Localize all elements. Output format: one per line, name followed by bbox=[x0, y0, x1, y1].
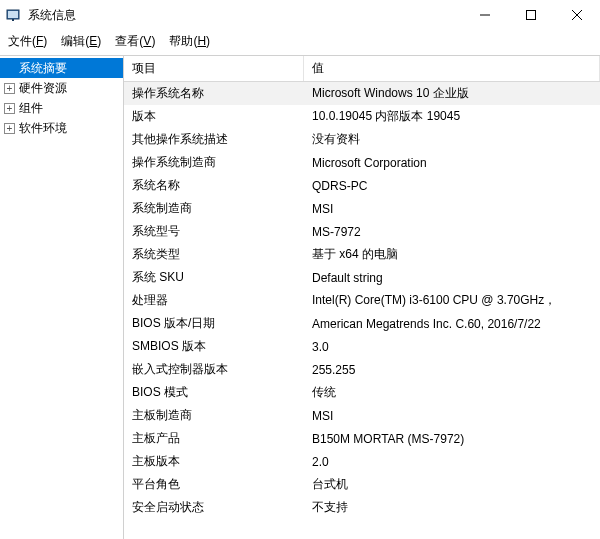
cell-value: B150M MORTAR (MS-7972) bbox=[304, 432, 600, 446]
expand-icon[interactable]: + bbox=[4, 83, 15, 94]
table-row[interactable]: 系统类型基于 x64 的电脑 bbox=[124, 243, 600, 266]
header-value[interactable]: 值 bbox=[304, 56, 600, 81]
tree-node[interactable]: +软件环境 bbox=[0, 118, 123, 138]
nav-tree[interactable]: 系统摘要 +硬件资源+组件+软件环境 bbox=[0, 56, 124, 539]
table-row[interactable]: BIOS 版本/日期American Megatrends Inc. C.60,… bbox=[124, 312, 600, 335]
menu-view[interactable]: 查看(V) bbox=[115, 33, 155, 50]
table-row[interactable]: 平台角色台式机 bbox=[124, 473, 600, 496]
cell-value: MS-7972 bbox=[304, 225, 600, 239]
cell-item: 系统 SKU bbox=[124, 269, 304, 286]
cell-item: 平台角色 bbox=[124, 476, 304, 493]
cell-item: 主板制造商 bbox=[124, 407, 304, 424]
details-table[interactable]: 项目 值 操作系统名称Microsoft Windows 10 企业版版本10.… bbox=[124, 56, 600, 539]
cell-value: Microsoft Windows 10 企业版 bbox=[304, 85, 600, 102]
table-row[interactable]: 操作系统制造商Microsoft Corporation bbox=[124, 151, 600, 174]
cell-item: 安全启动状态 bbox=[124, 499, 304, 516]
cell-value: 255.255 bbox=[304, 363, 600, 377]
table-row[interactable]: BIOS 模式传统 bbox=[124, 381, 600, 404]
menu-file[interactable]: 文件(F) bbox=[8, 33, 47, 50]
titlebar: 系统信息 bbox=[0, 0, 600, 30]
table-row[interactable]: 系统 SKUDefault string bbox=[124, 266, 600, 289]
expand-icon[interactable]: + bbox=[4, 123, 15, 134]
cell-value: MSI bbox=[304, 202, 600, 216]
header-item[interactable]: 项目 bbox=[124, 56, 304, 81]
cell-value: 台式机 bbox=[304, 476, 600, 493]
cell-value: QDRS-PC bbox=[304, 179, 600, 193]
cell-item: 操作系统制造商 bbox=[124, 154, 304, 171]
cell-item: 主板版本 bbox=[124, 453, 304, 470]
cell-value: 传统 bbox=[304, 384, 600, 401]
cell-item: 系统型号 bbox=[124, 223, 304, 240]
table-row[interactable]: 版本10.0.19045 内部版本 19045 bbox=[124, 105, 600, 128]
table-row[interactable]: 其他操作系统描述没有资料 bbox=[124, 128, 600, 151]
close-button[interactable] bbox=[554, 0, 600, 30]
cell-value: 没有资料 bbox=[304, 131, 600, 148]
table-row[interactable]: 主板产品B150M MORTAR (MS-7972) bbox=[124, 427, 600, 450]
table-row[interactable]: 系统名称QDRS-PC bbox=[124, 174, 600, 197]
cell-value: Microsoft Corporation bbox=[304, 156, 600, 170]
menubar: 文件(F) 编辑(E) 查看(V) 帮助(H) bbox=[0, 30, 600, 55]
app-icon bbox=[6, 7, 22, 23]
cell-value: MSI bbox=[304, 409, 600, 423]
table-row[interactable]: SMBIOS 版本3.0 bbox=[124, 335, 600, 358]
svg-rect-2 bbox=[12, 19, 14, 21]
cell-value: 2.0 bbox=[304, 455, 600, 469]
maximize-button[interactable] bbox=[508, 0, 554, 30]
cell-item: 嵌入式控制器版本 bbox=[124, 361, 304, 378]
cell-value: 10.0.19045 内部版本 19045 bbox=[304, 108, 600, 125]
svg-rect-4 bbox=[527, 11, 536, 20]
tree-node-label: 硬件资源 bbox=[19, 80, 67, 97]
tree-node-label: 组件 bbox=[19, 100, 43, 117]
body-split: 系统摘要 +硬件资源+组件+软件环境 项目 值 操作系统名称Microsoft … bbox=[0, 55, 600, 539]
cell-item: 系统名称 bbox=[124, 177, 304, 194]
cell-item: 其他操作系统描述 bbox=[124, 131, 304, 148]
cell-value: 3.0 bbox=[304, 340, 600, 354]
cell-value: American Megatrends Inc. C.60, 2016/7/22 bbox=[304, 317, 600, 331]
table-row[interactable]: 操作系统名称Microsoft Windows 10 企业版 bbox=[124, 82, 600, 105]
cell-item: 主板产品 bbox=[124, 430, 304, 447]
table-row[interactable]: 主板制造商MSI bbox=[124, 404, 600, 427]
tree-root-label: 系统摘要 bbox=[19, 60, 67, 77]
table-row[interactable]: 系统型号MS-7972 bbox=[124, 220, 600, 243]
cell-item: 操作系统名称 bbox=[124, 85, 304, 102]
table-row[interactable]: 处理器Intel(R) Core(TM) i3-6100 CPU @ 3.70G… bbox=[124, 289, 600, 312]
cell-item: 系统类型 bbox=[124, 246, 304, 263]
tree-node[interactable]: +组件 bbox=[0, 98, 123, 118]
table-row[interactable]: 系统制造商MSI bbox=[124, 197, 600, 220]
cell-item: BIOS 版本/日期 bbox=[124, 315, 304, 332]
cell-value: 基于 x64 的电脑 bbox=[304, 246, 600, 263]
cell-item: BIOS 模式 bbox=[124, 384, 304, 401]
menu-help[interactable]: 帮助(H) bbox=[169, 33, 210, 50]
cell-value: 不支持 bbox=[304, 499, 600, 516]
expand-icon[interactable]: + bbox=[4, 103, 15, 114]
table-row[interactable]: 安全启动状态不支持 bbox=[124, 496, 600, 519]
table-header: 项目 值 bbox=[124, 56, 600, 82]
cell-item: 版本 bbox=[124, 108, 304, 125]
cell-item: 处理器 bbox=[124, 292, 304, 309]
svg-rect-1 bbox=[8, 11, 18, 18]
cell-item: SMBIOS 版本 bbox=[124, 338, 304, 355]
table-row[interactable]: 主板版本2.0 bbox=[124, 450, 600, 473]
cell-item: 系统制造商 bbox=[124, 200, 304, 217]
cell-value: Default string bbox=[304, 271, 600, 285]
menu-edit[interactable]: 编辑(E) bbox=[61, 33, 101, 50]
tree-node-label: 软件环境 bbox=[19, 120, 67, 137]
tree-root[interactable]: 系统摘要 bbox=[0, 58, 123, 78]
tree-node[interactable]: +硬件资源 bbox=[0, 78, 123, 98]
window-title: 系统信息 bbox=[28, 7, 76, 24]
cell-value: Intel(R) Core(TM) i3-6100 CPU @ 3.70GHz， bbox=[304, 292, 600, 309]
minimize-button[interactable] bbox=[462, 0, 508, 30]
table-row[interactable]: 嵌入式控制器版本255.255 bbox=[124, 358, 600, 381]
